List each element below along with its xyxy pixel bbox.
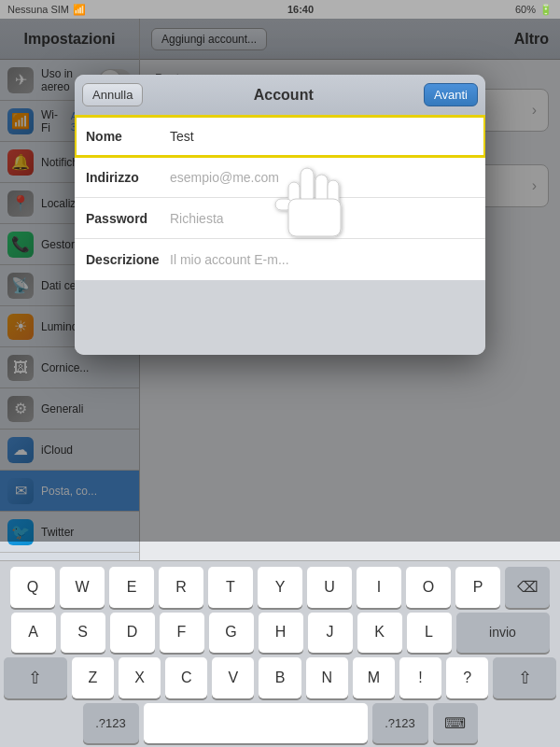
space-key[interactable] [144, 703, 368, 744]
num-key-left[interactable]: .?123 [83, 703, 139, 744]
battery-label: 60% [515, 4, 536, 15]
modal-cancel-button[interactable]: Annulla [82, 83, 143, 106]
keyboard-row-2: A S D F G H J K L invio [4, 613, 556, 654]
key-q[interactable]: Q [10, 567, 55, 608]
modal-header: Annulla Account Avanti [75, 75, 485, 116]
num-key-right[interactable]: .?123 [372, 703, 428, 744]
wifi-icon: 📶 [73, 4, 86, 16]
status-bar: Nessuna SIM 📶 16:40 60% 🔋 [0, 0, 560, 19]
modal-form: Nome Indirizzo esempio@me.com Password R… [75, 116, 485, 280]
key-n[interactable]: N [306, 657, 348, 698]
keyboard: Q W E R T Y U I O P ⌫ A S D F G H J K L … [0, 560, 560, 747]
key-j[interactable]: J [308, 613, 353, 654]
form-row-indirizzo[interactable]: Indirizzo esempio@me.com [75, 157, 485, 198]
key-a[interactable]: A [11, 613, 56, 654]
send-key[interactable]: invio [456, 613, 550, 654]
key-w[interactable]: W [60, 567, 105, 608]
key-question[interactable]: ? [446, 657, 488, 698]
shift-key-left[interactable]: ⇧ [4, 657, 67, 698]
key-c[interactable]: C [165, 657, 207, 698]
key-m[interactable]: M [353, 657, 395, 698]
key-b[interactable]: B [259, 657, 301, 698]
modal-body-lower [75, 280, 485, 355]
sidebar-icon-facetime: 📹 [7, 560, 34, 561]
field-label-indirizzo: Indirizzo [86, 170, 170, 185]
form-row-password[interactable]: Password Richiesta [75, 198, 485, 239]
status-left: Nessuna SIM 📶 [7, 4, 86, 16]
key-l[interactable]: L [407, 613, 452, 654]
key-v[interactable]: V [212, 657, 254, 698]
field-placeholder-password: Richiesta [170, 211, 474, 226]
status-right: 60% 🔋 [515, 4, 553, 16]
field-label-nome: Nome [86, 129, 170, 144]
form-row-descrizione[interactable]: Descrizione Il mio account E-m... [75, 239, 485, 280]
form-row-nome[interactable]: Nome [75, 116, 485, 157]
keyboard-row-1: Q W E R T Y U I O P ⌫ [4, 567, 556, 608]
modal-title: Account [254, 87, 314, 104]
key-t[interactable]: T [208, 567, 253, 608]
field-label-descrizione: Descrizione [86, 252, 170, 267]
key-i[interactable]: I [357, 567, 401, 608]
backspace-key[interactable]: ⌫ [505, 567, 550, 608]
sidebar-item-facetime[interactable]: 📹FaceTim... [0, 553, 139, 560]
key-exclaim[interactable]: ! [399, 657, 441, 698]
globe-key[interactable]: ⌨ [433, 703, 478, 744]
keyboard-row-4: .?123 .?123 ⌨ [4, 703, 556, 744]
key-z[interactable]: Z [72, 657, 114, 698]
keyboard-row-3: ⇧ Z X C V B N M ! ? ⇧ [4, 657, 556, 698]
carrier-label: Nessuna SIM [7, 4, 69, 15]
key-s[interactable]: S [61, 613, 105, 654]
battery-icon: 🔋 [539, 4, 553, 16]
status-time: 16:40 [287, 4, 314, 15]
field-placeholder-descrizione: Il mio account E-m... [170, 252, 474, 267]
key-p[interactable]: P [455, 567, 500, 608]
shift-key-right[interactable]: ⇧ [493, 657, 556, 698]
field-placeholder-indirizzo: esempio@me.com [170, 170, 474, 185]
key-d[interactable]: D [110, 613, 155, 654]
key-u[interactable]: U [307, 567, 352, 608]
field-label-password: Password [86, 211, 170, 226]
key-o[interactable]: O [406, 567, 451, 608]
modal-overlay: Annulla Account Avanti Nome Indirizzo es… [0, 19, 560, 542]
modal-next-button[interactable]: Avanti [424, 83, 478, 106]
key-r[interactable]: R [159, 567, 203, 608]
key-h[interactable]: H [259, 613, 303, 654]
key-y[interactable]: Y [258, 567, 302, 608]
account-modal: Annulla Account Avanti Nome Indirizzo es… [75, 75, 485, 355]
key-g[interactable]: G [209, 613, 254, 654]
key-x[interactable]: X [119, 657, 161, 698]
key-e[interactable]: E [109, 567, 154, 608]
key-f[interactable]: F [160, 613, 204, 654]
field-input-nome[interactable] [170, 129, 474, 144]
key-k[interactable]: K [357, 613, 402, 654]
